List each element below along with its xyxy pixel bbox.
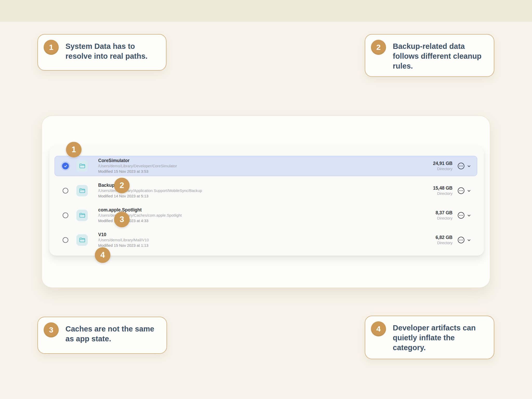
folder-icon — [76, 185, 88, 196]
more-options-icon[interactable] — [457, 236, 465, 244]
row-size-block: 8,37 GB Directory — [436, 210, 453, 221]
more-options-icon[interactable] — [457, 211, 465, 219]
row-kind: Directory — [433, 191, 453, 196]
marker-badge-3: 3 — [114, 212, 130, 227]
row-path: /Users/demo/Library/Caches/com.apple.Spo… — [98, 213, 182, 218]
callout-number-badge: 2 — [371, 40, 386, 55]
callout-backup-rules: 2 Backup-related data follows different … — [365, 34, 494, 77]
radio-unchecked-icon — [63, 188, 68, 194]
row-size: 24,91 GB — [433, 161, 453, 166]
folder-icon — [76, 160, 88, 172]
row-checkbox[interactable] — [61, 211, 70, 220]
row-name: Backup — [98, 182, 202, 188]
folder-icon — [76, 234, 88, 246]
row-size: 8,37 GB — [436, 210, 453, 216]
callout-number-badge: 1 — [44, 40, 59, 55]
row-kind: Directory — [433, 166, 453, 172]
checkbox-checked-icon — [61, 161, 70, 171]
row-name: V10 — [98, 232, 149, 237]
row-modified: Modified 15 Nov 2023 at 4:33 — [98, 218, 182, 224]
marker-badge-1: 1 — [66, 142, 82, 157]
folder-icon — [76, 210, 88, 221]
row-modified: Modified 14 Nov 2023 at 5:13 — [98, 194, 202, 199]
row-size: 6,82 GB — [436, 235, 453, 240]
more-options-icon[interactable] — [457, 187, 465, 195]
row-size-block: 15,48 GB Directory — [433, 185, 453, 196]
row-kind: Directory — [436, 240, 453, 246]
callout-developer-artifacts: 4 Developer artifacts can quietly inflat… — [365, 316, 494, 359]
file-row-v10[interactable]: V10 /Users/demo/Library/Mail/V10 Modifie… — [55, 230, 477, 250]
chevron-down-icon[interactable] — [467, 189, 471, 193]
row-path: /Users/demo/Library/Developer/CoreSimula… — [98, 163, 177, 169]
callout-text: Developer artifacts can quietly inflate … — [393, 321, 476, 353]
row-text: Backup /Users/demo/Library/Application S… — [98, 182, 202, 199]
row-checkbox[interactable] — [61, 186, 70, 195]
file-list-panel: CoreSimulator /Users/demo/Library/Develo… — [49, 146, 484, 256]
callout-caches: 3 Caches are not the same as app state. — [37, 317, 167, 354]
callout-text: System Data has to resolve into real pat… — [65, 40, 148, 61]
row-checkbox[interactable] — [61, 235, 70, 245]
chevron-down-icon[interactable] — [467, 213, 471, 218]
callout-number-badge: 3 — [44, 322, 59, 337]
row-path: /Users/demo/Library/Mail/V10 — [98, 237, 149, 243]
row-text: CoreSimulator /Users/demo/Library/Develo… — [98, 158, 177, 174]
chevron-down-icon[interactable] — [467, 238, 471, 242]
file-row-coresimulator[interactable]: CoreSimulator /Users/demo/Library/Develo… — [55, 156, 477, 176]
file-list-card: CoreSimulator /Users/demo/Library/Develo… — [42, 116, 490, 288]
row-size-block: 24,91 GB Directory — [433, 161, 453, 172]
radio-unchecked-icon — [63, 237, 68, 243]
more-options-icon[interactable] — [457, 162, 465, 170]
callout-text: Caches are not the same as app state. — [65, 322, 154, 344]
marker-badge-2: 2 — [114, 178, 130, 193]
row-text: com.apple.Spotlight /Users/demo/Library/… — [98, 207, 182, 224]
radio-unchecked-icon — [63, 212, 68, 218]
row-checkbox[interactable] — [61, 161, 70, 171]
row-name: CoreSimulator — [98, 158, 177, 163]
row-kind: Directory — [436, 216, 453, 221]
row-name: com.apple.Spotlight — [98, 207, 182, 213]
callout-number-badge: 4 — [371, 321, 386, 336]
chevron-down-icon[interactable] — [467, 164, 471, 168]
marker-badge-4: 4 — [95, 247, 110, 263]
row-text: V10 /Users/demo/Library/Mail/V10 Modifie… — [98, 232, 149, 248]
callout-system-data: 1 System Data has to resolve into real p… — [37, 34, 167, 71]
top-band — [0, 0, 532, 22]
row-path: /Users/demo/Library/Application Support/… — [98, 188, 202, 194]
file-rows: CoreSimulator /Users/demo/Library/Develo… — [55, 156, 477, 250]
row-size: 15,48 GB — [433, 185, 453, 191]
row-modified: Modified 15 Nov 2023 at 1:13 — [98, 243, 149, 248]
callout-text: Backup-related data follows different cl… — [393, 40, 482, 71]
row-modified: Modified 15 Nov 2023 at 3:53 — [98, 169, 177, 174]
row-size-block: 6,82 GB Directory — [436, 235, 453, 246]
